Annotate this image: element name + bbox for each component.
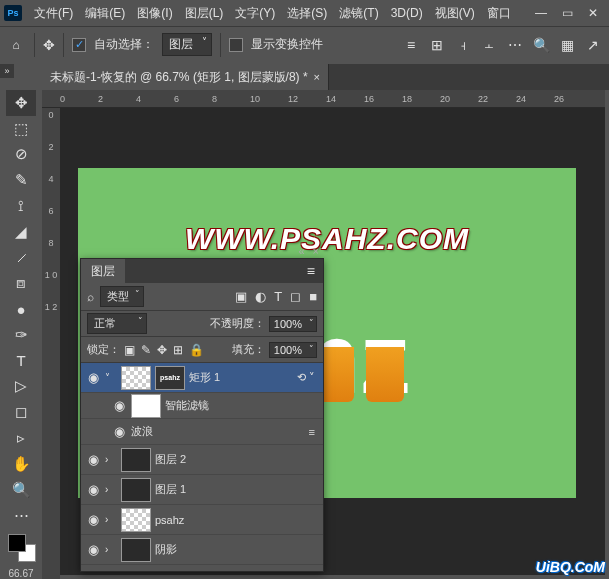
show-transform-checkbox[interactable] (229, 38, 243, 52)
options-tool-icon[interactable]: 🔍 (531, 35, 551, 55)
menu-item[interactable]: 滤镜(T) (333, 3, 384, 23)
layer-thumbnail[interactable] (121, 538, 151, 562)
lock-icon[interactable]: 🔒 (189, 343, 204, 357)
menu-item[interactable]: 文字(Y) (229, 3, 281, 23)
opacity-input[interactable]: 100% (269, 316, 317, 332)
window-minimize-button[interactable]: — (529, 4, 553, 22)
layer-thumbnail[interactable] (121, 448, 151, 472)
filter-icon[interactable]: ◻ (290, 289, 301, 304)
collapsed-panel-handle[interactable]: » (0, 64, 14, 78)
layer-name[interactable]: 图层 1 (155, 482, 186, 497)
document-tab[interactable]: 未标题-1-恢复的 @ 66.7% (矩形 1, 图层蒙版/8) * × (42, 64, 329, 90)
visibility-icon[interactable]: ◉ (85, 370, 101, 385)
layer-name[interactable]: 智能滤镜 (165, 398, 209, 413)
lock-icon[interactable]: ✥ (157, 343, 167, 357)
tool-button[interactable]: ✥ (6, 90, 36, 116)
auto-select-target-dropdown[interactable]: 图层 (162, 33, 212, 56)
options-tool-icon[interactable]: ≡ (401, 35, 421, 55)
visibility-icon[interactable]: ◉ (85, 512, 101, 527)
zoom-level[interactable]: 66.67 (8, 568, 33, 579)
expand-chevron-icon[interactable]: › (105, 544, 117, 555)
color-swatches[interactable] (6, 532, 36, 562)
menu-item[interactable]: 视图(V) (429, 3, 481, 23)
options-tool-icon[interactable]: ⋯ (505, 35, 525, 55)
expand-chevron-icon[interactable]: › (105, 454, 117, 465)
menu-item[interactable]: 文件(F) (28, 3, 79, 23)
tool-button[interactable]: ⬚ (6, 116, 36, 142)
tool-button[interactable]: ⊘ (6, 142, 36, 168)
close-icon[interactable]: × (314, 71, 320, 83)
layer-mask-thumbnail[interactable]: psahz (155, 366, 185, 390)
layer-thumbnail[interactable] (121, 478, 151, 502)
layer-row[interactable]: ◉智能滤镜 (81, 393, 323, 419)
filter-icon[interactable]: ■ (309, 289, 317, 304)
options-tool-icon[interactable]: ⫠ (479, 35, 499, 55)
tool-button[interactable]: ⋯ (6, 503, 36, 529)
tool-button[interactable]: T (6, 348, 36, 374)
layer-row[interactable]: ◉˅psahz矩形 1⟲ ˅ (81, 363, 323, 393)
tool-button[interactable]: ✋ (6, 451, 36, 477)
expand-chevron-icon[interactable]: ˅ (105, 372, 117, 383)
lock-icon[interactable]: ▣ (124, 343, 135, 357)
tool-button[interactable]: ▹ (6, 425, 36, 451)
layer-name[interactable]: 波浪 (131, 424, 153, 439)
visibility-icon[interactable]: ◉ (111, 424, 127, 439)
layer-row[interactable]: ◉›阴影 (81, 535, 323, 565)
layer-name[interactable]: 矩形 1 (189, 370, 220, 385)
menu-item[interactable]: 图层(L) (179, 3, 230, 23)
layers-panel[interactable]: « × 图层 ≡ ⌕ 类型 ▣◐T◻■ 正常 不透明度： 100% 锁定： ▣✎… (80, 258, 324, 572)
panel-collapse-icon[interactable]: « (298, 245, 304, 257)
home-icon[interactable]: ⌂ (6, 35, 26, 55)
layer-row[interactable]: ◉波浪≡ (81, 419, 323, 445)
window-close-button[interactable]: ✕ (581, 4, 605, 22)
options-tool-icon[interactable]: ▦ (557, 35, 577, 55)
filter-icon[interactable]: T (274, 289, 282, 304)
visibility-icon[interactable]: ◉ (111, 398, 127, 413)
window-restore-button[interactable]: ▭ (555, 4, 579, 22)
layer-name[interactable]: 图层 2 (155, 452, 186, 467)
tool-button[interactable]: ⧈ (6, 270, 36, 296)
tool-button[interactable]: ⟋ (6, 245, 36, 271)
layer-name[interactable]: psahz (155, 514, 184, 526)
tool-button[interactable]: ◻ (6, 399, 36, 425)
visibility-icon[interactable]: ◉ (85, 452, 101, 467)
menu-item[interactable]: 3D(D) (385, 3, 429, 23)
lock-icon[interactable]: ⊞ (173, 343, 183, 357)
layer-thumbnail[interactable] (121, 366, 151, 390)
tool-button[interactable]: ⟟ (6, 193, 36, 219)
tool-button[interactable]: ◢ (6, 219, 36, 245)
filter-icon[interactable]: ▣ (235, 289, 247, 304)
filter-options-icon[interactable]: ≡ (309, 426, 319, 438)
visibility-icon[interactable]: ◉ (85, 542, 101, 557)
filter-icon[interactable]: ◐ (255, 289, 266, 304)
panel-menu-icon[interactable]: ≡ (299, 263, 323, 279)
layer-name[interactable]: 阴影 (155, 542, 177, 557)
lock-icon[interactable]: ✎ (141, 343, 151, 357)
layer-thumbnail[interactable] (131, 394, 161, 418)
options-tool-icon[interactable]: ⊞ (427, 35, 447, 55)
tool-button[interactable]: ✑ (6, 322, 36, 348)
filter-type-dropdown[interactable]: 类型 (100, 286, 144, 307)
layer-row[interactable]: ◉›图层 2 (81, 445, 323, 475)
blend-mode-dropdown[interactable]: 正常 (87, 313, 147, 334)
panel-close-icon[interactable]: × (313, 245, 319, 257)
options-tool-icon[interactable]: ↗ (583, 35, 603, 55)
layer-row[interactable]: ◉›图层 1 (81, 475, 323, 505)
menu-item[interactable]: 窗口 (481, 3, 517, 23)
expand-chevron-icon[interactable]: › (105, 484, 117, 495)
panel-tab-layers[interactable]: 图层 (81, 259, 125, 284)
search-icon[interactable]: ⌕ (87, 290, 94, 304)
tool-button[interactable]: ● (6, 296, 36, 322)
fill-input[interactable]: 100% (269, 342, 317, 358)
menu-item[interactable]: 图像(I) (131, 3, 178, 23)
expand-chevron-icon[interactable]: › (105, 514, 117, 525)
visibility-icon[interactable]: ◉ (85, 482, 101, 497)
layer-thumbnail[interactable] (121, 508, 151, 532)
tool-button[interactable]: ✎ (6, 167, 36, 193)
tool-button[interactable]: 🔍 (6, 477, 36, 503)
layer-link-icon[interactable]: ⟲ ˅ (297, 371, 319, 384)
options-tool-icon[interactable]: ⫞ (453, 35, 473, 55)
menu-item[interactable]: 编辑(E) (79, 3, 131, 23)
layer-row[interactable]: ◉›psahz (81, 505, 323, 535)
auto-select-checkbox[interactable] (72, 38, 86, 52)
